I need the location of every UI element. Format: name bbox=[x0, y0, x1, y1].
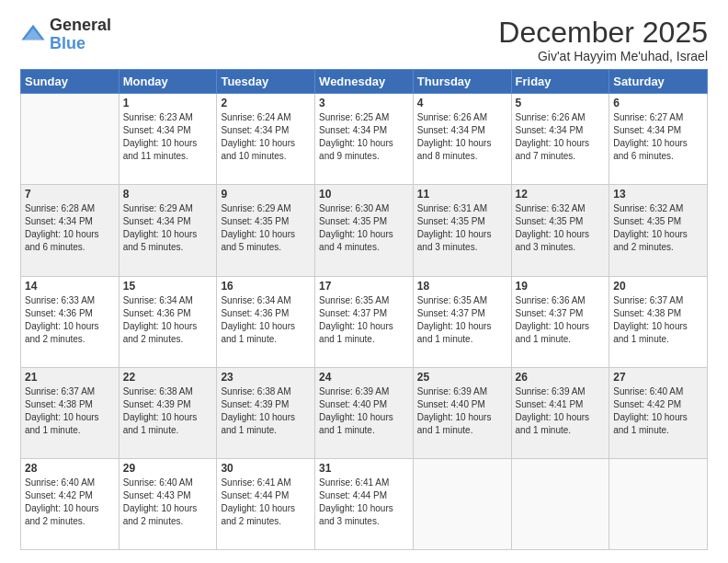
calendar-day-cell: 16Sunrise: 6:34 AM Sunset: 4:36 PM Dayli… bbox=[217, 276, 315, 367]
calendar-day-cell: 21Sunrise: 6:37 AM Sunset: 4:38 PM Dayli… bbox=[21, 367, 119, 458]
day-info: Sunrise: 6:40 AM Sunset: 4:43 PM Dayligh… bbox=[123, 477, 213, 528]
calendar-day-cell: 27Sunrise: 6:40 AM Sunset: 4:42 PM Dayli… bbox=[609, 367, 708, 458]
day-number: 23 bbox=[221, 371, 311, 384]
calendar-day-cell: 30Sunrise: 6:41 AM Sunset: 4:44 PM Dayli… bbox=[217, 458, 315, 549]
column-header-wednesday: Wednesday bbox=[315, 70, 414, 94]
day-info: Sunrise: 6:31 AM Sunset: 4:35 PM Dayligh… bbox=[417, 202, 507, 254]
calendar-day-cell: 10Sunrise: 6:30 AM Sunset: 4:35 PM Dayli… bbox=[315, 185, 414, 276]
title-block: December 2025 Giv'at Hayyim Me'uhad, Isr… bbox=[498, 17, 708, 63]
column-header-saturday: Saturday bbox=[609, 70, 708, 94]
column-header-tuesday: Tuesday bbox=[217, 70, 315, 94]
logo-blue-text: Blue bbox=[50, 35, 111, 53]
calendar-day-cell: 7Sunrise: 6:28 AM Sunset: 4:34 PM Daylig… bbox=[21, 185, 119, 276]
calendar-day-cell: 28Sunrise: 6:40 AM Sunset: 4:42 PM Dayli… bbox=[21, 458, 119, 549]
calendar-day-cell: 31Sunrise: 6:41 AM Sunset: 4:44 PM Dayli… bbox=[315, 458, 414, 549]
logo-icon bbox=[20, 22, 46, 48]
day-info: Sunrise: 6:41 AM Sunset: 4:44 PM Dayligh… bbox=[221, 477, 311, 528]
day-info: Sunrise: 6:38 AM Sunset: 4:39 PM Dayligh… bbox=[123, 385, 213, 437]
day-info: Sunrise: 6:26 AM Sunset: 4:34 PM Dayligh… bbox=[516, 111, 606, 163]
day-info: Sunrise: 6:36 AM Sunset: 4:37 PM Dayligh… bbox=[516, 294, 606, 346]
main-title: December 2025 bbox=[498, 17, 708, 49]
day-info: Sunrise: 6:27 AM Sunset: 4:34 PM Dayligh… bbox=[613, 111, 703, 163]
calendar-day-cell: 26Sunrise: 6:39 AM Sunset: 4:41 PM Dayli… bbox=[511, 367, 609, 458]
logo: General Blue bbox=[20, 17, 111, 53]
column-header-friday: Friday bbox=[511, 70, 609, 94]
day-info: Sunrise: 6:40 AM Sunset: 4:42 PM Dayligh… bbox=[25, 477, 115, 528]
day-info: Sunrise: 6:34 AM Sunset: 4:36 PM Dayligh… bbox=[221, 294, 311, 346]
day-number: 24 bbox=[319, 371, 409, 384]
calendar-day-cell: 23Sunrise: 6:38 AM Sunset: 4:39 PM Dayli… bbox=[217, 367, 315, 458]
calendar-day-cell: 18Sunrise: 6:35 AM Sunset: 4:37 PM Dayli… bbox=[413, 276, 511, 367]
day-number: 30 bbox=[221, 462, 311, 475]
calendar-day-cell: 25Sunrise: 6:39 AM Sunset: 4:40 PM Dayli… bbox=[413, 367, 511, 458]
day-number: 28 bbox=[25, 462, 115, 475]
day-info: Sunrise: 6:35 AM Sunset: 4:37 PM Dayligh… bbox=[319, 294, 409, 346]
calendar-day-cell bbox=[413, 458, 511, 549]
calendar-day-cell: 3Sunrise: 6:25 AM Sunset: 4:34 PM Daylig… bbox=[315, 94, 414, 185]
day-number: 17 bbox=[319, 280, 409, 293]
calendar-day-cell: 15Sunrise: 6:34 AM Sunset: 4:36 PM Dayli… bbox=[119, 276, 217, 367]
day-number: 4 bbox=[417, 97, 507, 109]
day-number: 5 bbox=[516, 97, 606, 109]
day-number: 31 bbox=[319, 462, 409, 475]
calendar-week-row: 1Sunrise: 6:23 AM Sunset: 4:34 PM Daylig… bbox=[21, 94, 708, 185]
day-info: Sunrise: 6:34 AM Sunset: 4:36 PM Dayligh… bbox=[123, 294, 213, 346]
day-info: Sunrise: 6:40 AM Sunset: 4:42 PM Dayligh… bbox=[613, 385, 703, 437]
day-number: 11 bbox=[417, 188, 507, 201]
calendar-day-cell: 6Sunrise: 6:27 AM Sunset: 4:34 PM Daylig… bbox=[609, 94, 708, 185]
day-info: Sunrise: 6:35 AM Sunset: 4:37 PM Dayligh… bbox=[417, 294, 507, 346]
page: General Blue December 2025 Giv'at Hayyim… bbox=[0, 0, 728, 563]
logo-general-text: General bbox=[50, 17, 111, 35]
calendar-day-cell bbox=[511, 458, 609, 549]
day-number: 27 bbox=[613, 371, 703, 384]
day-number: 18 bbox=[417, 280, 507, 293]
day-info: Sunrise: 6:29 AM Sunset: 4:35 PM Dayligh… bbox=[221, 202, 311, 254]
day-number: 12 bbox=[516, 188, 606, 201]
day-number: 26 bbox=[516, 371, 606, 384]
calendar-table: SundayMondayTuesdayWednesdayThursdayFrid… bbox=[20, 69, 708, 550]
day-info: Sunrise: 6:28 AM Sunset: 4:34 PM Dayligh… bbox=[25, 202, 115, 254]
day-number: 7 bbox=[25, 188, 115, 201]
calendar-day-cell: 9Sunrise: 6:29 AM Sunset: 4:35 PM Daylig… bbox=[217, 185, 315, 276]
day-info: Sunrise: 6:30 AM Sunset: 4:35 PM Dayligh… bbox=[319, 202, 409, 254]
day-info: Sunrise: 6:23 AM Sunset: 4:34 PM Dayligh… bbox=[123, 111, 213, 163]
day-info: Sunrise: 6:26 AM Sunset: 4:34 PM Dayligh… bbox=[417, 111, 507, 163]
calendar-day-cell: 8Sunrise: 6:29 AM Sunset: 4:34 PM Daylig… bbox=[119, 185, 217, 276]
day-number: 16 bbox=[221, 280, 311, 293]
day-number: 19 bbox=[516, 280, 606, 293]
day-number: 29 bbox=[123, 462, 213, 475]
calendar-day-cell: 4Sunrise: 6:26 AM Sunset: 4:34 PM Daylig… bbox=[413, 94, 511, 185]
day-info: Sunrise: 6:37 AM Sunset: 4:38 PM Dayligh… bbox=[613, 294, 703, 346]
day-number: 14 bbox=[25, 280, 115, 293]
calendar-header-row: SundayMondayTuesdayWednesdayThursdayFrid… bbox=[21, 70, 708, 94]
column-header-monday: Monday bbox=[119, 70, 217, 94]
calendar-day-cell: 1Sunrise: 6:23 AM Sunset: 4:34 PM Daylig… bbox=[119, 94, 217, 185]
day-number: 15 bbox=[123, 280, 213, 293]
day-number: 22 bbox=[123, 371, 213, 384]
day-info: Sunrise: 6:25 AM Sunset: 4:34 PM Dayligh… bbox=[319, 111, 409, 163]
day-info: Sunrise: 6:39 AM Sunset: 4:41 PM Dayligh… bbox=[516, 385, 606, 437]
day-info: Sunrise: 6:39 AM Sunset: 4:40 PM Dayligh… bbox=[417, 385, 507, 437]
day-number: 10 bbox=[319, 188, 409, 201]
day-info: Sunrise: 6:33 AM Sunset: 4:36 PM Dayligh… bbox=[25, 294, 115, 346]
day-number: 8 bbox=[123, 188, 213, 201]
day-info: Sunrise: 6:32 AM Sunset: 4:35 PM Dayligh… bbox=[613, 202, 703, 254]
calendar-day-cell: 17Sunrise: 6:35 AM Sunset: 4:37 PM Dayli… bbox=[315, 276, 414, 367]
calendar-day-cell: 22Sunrise: 6:38 AM Sunset: 4:39 PM Dayli… bbox=[119, 367, 217, 458]
day-info: Sunrise: 6:37 AM Sunset: 4:38 PM Dayligh… bbox=[25, 385, 115, 437]
day-number: 25 bbox=[417, 371, 507, 384]
day-info: Sunrise: 6:29 AM Sunset: 4:34 PM Dayligh… bbox=[123, 202, 213, 254]
day-number: 3 bbox=[319, 97, 409, 109]
day-info: Sunrise: 6:38 AM Sunset: 4:39 PM Dayligh… bbox=[221, 385, 311, 437]
calendar-day-cell: 19Sunrise: 6:36 AM Sunset: 4:37 PM Dayli… bbox=[511, 276, 609, 367]
calendar-day-cell bbox=[609, 458, 708, 549]
calendar-day-cell: 5Sunrise: 6:26 AM Sunset: 4:34 PM Daylig… bbox=[511, 94, 609, 185]
day-info: Sunrise: 6:39 AM Sunset: 4:40 PM Dayligh… bbox=[319, 385, 409, 437]
day-number: 13 bbox=[613, 188, 703, 201]
subtitle: Giv'at Hayyim Me'uhad, Israel bbox=[498, 49, 708, 63]
calendar-day-cell bbox=[21, 94, 119, 185]
day-number: 21 bbox=[25, 371, 115, 384]
calendar-day-cell: 20Sunrise: 6:37 AM Sunset: 4:38 PM Dayli… bbox=[609, 276, 708, 367]
day-number: 20 bbox=[613, 280, 703, 293]
column-header-thursday: Thursday bbox=[413, 70, 511, 94]
